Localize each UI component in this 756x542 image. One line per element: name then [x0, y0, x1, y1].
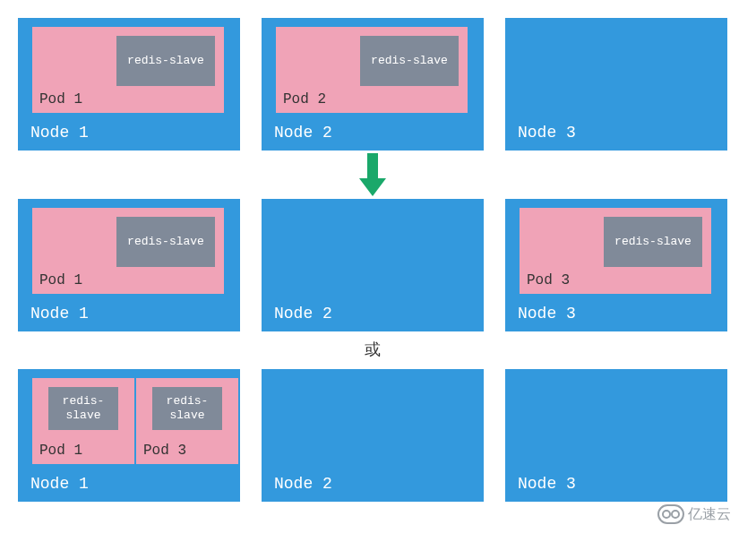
pod-1: redis-slave Pod 1 — [32, 208, 224, 294]
pod-1: redis- slave Pod 1 — [32, 378, 134, 464]
pod-label: Pod 3 — [527, 272, 570, 288]
node-1: redis- slave Pod 1 redis- slave Pod 3 No… — [18, 369, 240, 502]
node-label: Node 1 — [30, 124, 89, 142]
pod-3: redis- slave Pod 3 — [136, 378, 238, 464]
redis-slave-container: redis-slave — [604, 217, 702, 267]
node-2: Node 2 — [262, 199, 484, 331]
state-after-b-row: redis- slave Pod 1 redis- slave Pod 3 No… — [18, 369, 738, 502]
node-label: Node 2 — [274, 475, 332, 493]
watermark: 亿速云 — [657, 504, 731, 520]
node-label: Node 3 — [518, 305, 576, 323]
container-label: redis- slave — [167, 394, 209, 422]
node-3: Node 3 — [505, 369, 727, 502]
redis-slave-container: redis-slave — [360, 36, 459, 86]
pod-1: redis-slave Pod 1 — [32, 27, 224, 113]
node-2: Node 2 — [262, 369, 484, 502]
transition-arrow — [18, 151, 727, 199]
watermark-text: 亿速云 — [688, 505, 731, 520]
node-label: Node 1 — [30, 475, 89, 493]
node-label: Node 3 — [518, 124, 576, 142]
redis-slave-container: redis- slave — [152, 387, 222, 430]
container-label: redis-slave — [127, 54, 204, 68]
node-1: redis-slave Pod 1 Node 1 — [18, 18, 240, 151]
container-label: redis-slave — [371, 54, 448, 68]
or-label: 或 — [18, 339, 727, 360]
node-2: redis-slave Pod 2 Node 2 — [262, 18, 484, 151]
node-label: Node 1 — [30, 305, 89, 323]
pod-2: redis-slave Pod 2 — [276, 27, 468, 113]
state-after-a-row: redis-slave Pod 1 Node 1 Node 2 redis-sl… — [18, 199, 738, 331]
container-label: redis-slave — [614, 235, 692, 249]
pod-label: Pod 1 — [39, 443, 82, 459]
pod-label: Pod 2 — [283, 91, 326, 108]
node-3: Node 3 — [505, 18, 727, 151]
pod-label: Pod 3 — [143, 443, 186, 459]
pod-3: redis-slave Pod 3 — [520, 208, 711, 294]
node-label: Node 2 — [274, 124, 332, 142]
node-label: Node 2 — [274, 305, 332, 323]
redis-slave-container: redis-slave — [116, 217, 215, 267]
redis-slave-container: redis-slave — [116, 36, 215, 86]
container-label: redis-slave — [127, 235, 204, 249]
node-label: Node 3 — [518, 475, 576, 493]
node-3: redis-slave Pod 3 Node 3 — [505, 199, 727, 331]
node-1: redis-slave Pod 1 Node 1 — [18, 199, 240, 331]
container-label: redis- slave — [63, 394, 105, 422]
watermark-logo-icon — [657, 504, 684, 520]
pod-label: Pod 1 — [39, 91, 82, 108]
state-before-row: redis-slave Pod 1 Node 1 redis-slave Pod… — [18, 18, 738, 151]
pod-label: Pod 1 — [39, 272, 82, 288]
redis-slave-container: redis- slave — [48, 387, 118, 430]
